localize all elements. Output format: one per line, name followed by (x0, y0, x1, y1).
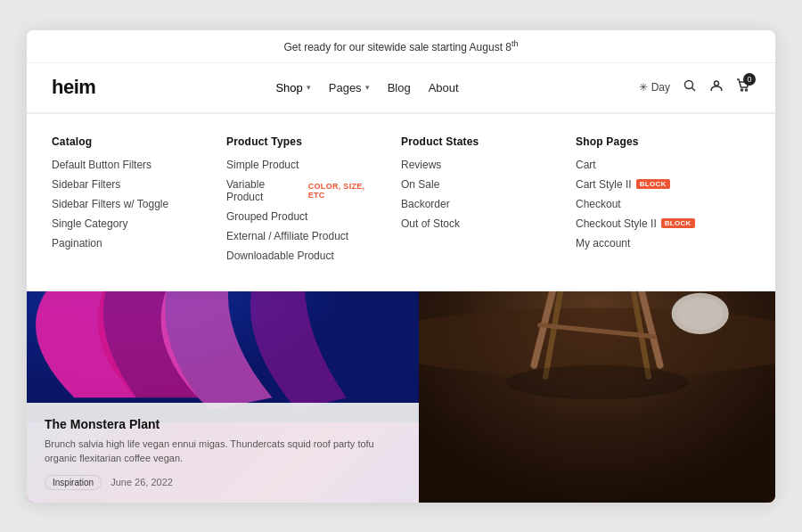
product-type-item-1[interactable]: Simple Product (226, 159, 383, 171)
day-mode-label: Day (651, 81, 670, 94)
blog-info-left: The Monstera Plant Brunch salvia high li… (27, 403, 419, 503)
catalog-link-2[interactable]: Sidebar Filters (52, 178, 209, 191)
product-states-col-title: Product States (401, 135, 558, 148)
nav-blog[interactable]: Blog (388, 81, 411, 94)
product-type-item-4[interactable]: External / Affiliate Product (226, 230, 383, 242)
product-state-link-4[interactable]: Out of Stock (401, 217, 558, 230)
svg-point-3 (741, 89, 743, 91)
nav-about[interactable]: About (429, 81, 459, 94)
svg-point-0 (685, 81, 693, 89)
shop-dropdown: Catalog Default Button Filters Sidebar F… (27, 113, 775, 291)
shop-page-link-5[interactable]: My account (576, 237, 732, 250)
catalog-link-1[interactable]: Default Button Filters (52, 159, 209, 171)
blog-meta: Inspiration June 26, 2022 (45, 475, 401, 490)
product-state-item-2[interactable]: On Sale (401, 178, 558, 191)
blog-date: June 26, 2022 (110, 477, 173, 487)
cart-style-block-badge: BLOCK (636, 179, 670, 189)
account-button[interactable] (709, 78, 724, 96)
product-type-item-5[interactable]: Downloadable Product (226, 250, 383, 262)
nav-shop-chevron: ▾ (307, 83, 311, 92)
catalog-col-title: Catalog (52, 135, 209, 148)
product-state-item-1[interactable]: Reviews (401, 159, 558, 171)
main-nav: Shop ▾ Pages ▾ Blog About (275, 81, 458, 94)
product-type-link-1[interactable]: Simple Product (226, 159, 383, 171)
nav-pages-label: Pages (329, 81, 362, 94)
cart-count: 0 (743, 73, 756, 86)
announcement-text: Get ready for our sitewide sale starting… (284, 41, 511, 53)
catalog-link-3[interactable]: Sidebar Filters w/ Toggle (52, 198, 209, 210)
announcement-sup: th (511, 39, 519, 48)
dropdown-shop-pages-col: Shop Pages Cart Cart Style II BLOCK Chec… (576, 135, 750, 269)
product-type-link-2[interactable]: Variable Product COLOR, SIZE, ETC (226, 178, 383, 203)
product-types-col-title: Product Types (226, 135, 383, 148)
shop-page-item-1[interactable]: Cart (576, 159, 732, 171)
dropdown-catalog-col: Catalog Default Button Filters Sidebar F… (52, 135, 226, 269)
shop-pages-col-title: Shop Pages (576, 135, 732, 148)
blog-tag[interactable]: Inspiration (45, 475, 102, 490)
dropdown-product-types-col: Product Types Simple Product Variable Pr… (226, 135, 401, 269)
product-type-item-2[interactable]: Variable Product COLOR, SIZE, ETC (226, 178, 383, 203)
catalog-link-4[interactable]: Single Category (52, 217, 209, 230)
shop-page-item-2[interactable]: Cart Style II BLOCK (576, 178, 732, 191)
cart-button[interactable]: 0 (736, 78, 750, 96)
shop-page-item-3[interactable]: Checkout (576, 198, 732, 210)
blog-excerpt: Brunch salvia high life vegan ennui miga… (45, 437, 401, 466)
shop-page-link-2[interactable]: Cart Style II BLOCK (576, 178, 732, 191)
nav-blog-label: Blog (388, 81, 411, 94)
announcement-bar: Get ready for our sitewide sale starting… (27, 30, 775, 63)
catalog-item-2[interactable]: Sidebar Filters (52, 178, 209, 191)
blog-title: The Monstera Plant (45, 417, 401, 431)
nav-about-label: About (429, 81, 459, 94)
search-button[interactable] (683, 78, 697, 96)
shop-page-link-3[interactable]: Checkout (576, 198, 732, 210)
shop-page-item-4[interactable]: Checkout Style II BLOCK (576, 217, 732, 230)
product-type-link-3[interactable]: Grouped Product (226, 210, 383, 223)
shop-page-link-4[interactable]: Checkout Style II BLOCK (576, 217, 732, 230)
shop-page-link-1[interactable]: Cart (576, 159, 732, 171)
svg-line-1 (692, 88, 696, 92)
svg-point-15 (677, 297, 723, 329)
product-type-item-3[interactable]: Grouped Product (226, 210, 383, 223)
product-state-item-3[interactable]: Backorder (401, 198, 558, 210)
header: heim Shop ▾ Pages ▾ Blog About ✳ Day (27, 63, 775, 113)
variable-product-badge: COLOR, SIZE, ETC (308, 182, 383, 200)
product-type-link-5[interactable]: Downloadable Product (226, 250, 383, 262)
catalog-item-3[interactable]: Sidebar Filters w/ Toggle (52, 198, 209, 210)
sun-icon: ✳ (639, 81, 648, 94)
svg-point-16 (505, 364, 689, 399)
product-state-link-3[interactable]: Backorder (401, 198, 558, 210)
checkout-style-block-badge: BLOCK (661, 218, 695, 228)
catalog-item-4[interactable]: Single Category (52, 217, 209, 230)
product-state-item-4[interactable]: Out of Stock (401, 217, 558, 230)
svg-point-2 (715, 81, 719, 86)
logo[interactable]: heim (52, 76, 95, 99)
day-mode-toggle[interactable]: ✳ Day (639, 81, 670, 94)
catalog-item-1[interactable]: Default Button Filters (52, 159, 209, 171)
shop-page-item-5[interactable]: My account (576, 237, 732, 250)
nav-pages-chevron: ▾ (365, 83, 370, 92)
browser-window: Get ready for our sitewide sale starting… (27, 30, 775, 503)
catalog-link-5[interactable]: Pagination (52, 237, 209, 250)
product-type-link-4[interactable]: External / Affiliate Product (226, 230, 383, 242)
svg-point-4 (746, 89, 748, 91)
nav-shop-label: Shop (275, 81, 302, 94)
nav-pages[interactable]: Pages ▾ (329, 81, 370, 94)
header-actions: ✳ Day 0 (639, 78, 750, 96)
dropdown-product-states-col: Product States Reviews On Sale Backorder… (401, 135, 576, 269)
catalog-item-5[interactable]: Pagination (52, 237, 209, 250)
nav-shop[interactable]: Shop ▾ (275, 81, 310, 94)
product-state-link-2[interactable]: On Sale (401, 178, 558, 191)
product-state-link-1[interactable]: Reviews (401, 159, 558, 171)
